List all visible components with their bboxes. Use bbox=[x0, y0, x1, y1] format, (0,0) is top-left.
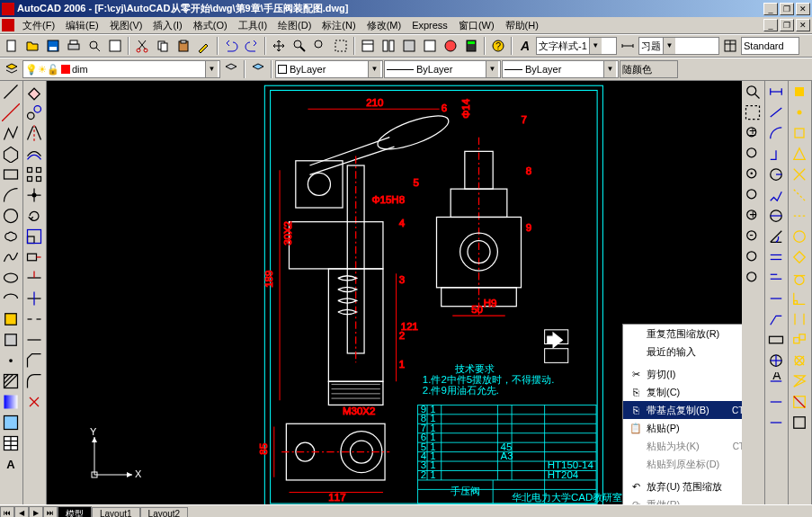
properties-button[interactable] bbox=[358, 36, 378, 56]
osnap-tan-button[interactable] bbox=[790, 268, 809, 288]
copy-button[interactable] bbox=[153, 36, 173, 56]
zoom-all-button[interactable] bbox=[743, 247, 763, 267]
osnap-ext-button[interactable] bbox=[790, 206, 809, 226]
circle-button[interactable] bbox=[1, 206, 21, 226]
ctx-copy[interactable]: ⎘复制(C)CTRL+C bbox=[623, 383, 742, 401]
textstyle-dropdown[interactable]: 文字样式-1▼ bbox=[536, 37, 617, 55]
matchprop-button[interactable] bbox=[194, 36, 214, 56]
menu-format[interactable]: 格式(O) bbox=[188, 17, 233, 34]
paste-button[interactable] bbox=[174, 36, 193, 56]
menu-edit[interactable]: 编辑(E) bbox=[60, 17, 104, 34]
rectangle-button[interactable] bbox=[1, 165, 21, 184]
osnap-nod-button[interactable] bbox=[790, 351, 809, 370]
osnap-ins-button[interactable] bbox=[790, 330, 809, 350]
pline-button[interactable] bbox=[1, 123, 21, 143]
osnap-mid-button[interactable] bbox=[790, 144, 809, 164]
extend-button[interactable] bbox=[24, 289, 44, 308]
revcloud-button[interactable] bbox=[1, 227, 21, 246]
dim-arc-button[interactable] bbox=[766, 123, 786, 143]
osnap-settings-button[interactable] bbox=[790, 413, 809, 432]
zoom-object-button[interactable] bbox=[743, 185, 763, 205]
markup-button[interactable] bbox=[441, 36, 460, 56]
tablestyle-dropdown[interactable]: Standard bbox=[741, 37, 799, 55]
calc-button[interactable] bbox=[461, 36, 481, 56]
osnap-none-button[interactable] bbox=[790, 392, 809, 412]
fillet-button[interactable] bbox=[24, 371, 44, 391]
osnap-qua-button[interactable] bbox=[790, 247, 809, 267]
ellipsearc-button[interactable] bbox=[1, 289, 21, 308]
osnap-nea-button[interactable] bbox=[790, 371, 809, 391]
layerstates-button[interactable] bbox=[248, 59, 268, 79]
osnap-appint-button[interactable] bbox=[790, 185, 809, 205]
ctx-undo[interactable]: ↶放弃(U) 范围缩放 bbox=[623, 477, 742, 495]
rotate-button[interactable] bbox=[24, 206, 44, 226]
help-button[interactable]: ? bbox=[488, 36, 508, 56]
ctx-cut[interactable]: ✂剪切(I)CTRL+X bbox=[623, 365, 742, 383]
osnap-par-button[interactable] bbox=[790, 309, 809, 329]
table-button[interactable] bbox=[1, 433, 21, 453]
menu-tools[interactable]: 工具(I) bbox=[233, 17, 272, 34]
spline-button[interactable] bbox=[1, 247, 21, 267]
ellipse-button[interactable] bbox=[1, 268, 21, 288]
color-dropdown[interactable]: ByLayer ▼ bbox=[275, 60, 383, 78]
dimstyle-dropdown[interactable]: 习题▼ bbox=[638, 37, 719, 55]
ctx-paste[interactable]: 📋粘贴(P)CTRL+V bbox=[623, 419, 742, 437]
cut-button[interactable] bbox=[132, 36, 152, 56]
xline-button[interactable] bbox=[1, 103, 21, 122]
doc-restore-button[interactable]: ❐ bbox=[780, 19, 794, 31]
ctx-recent[interactable]: 最近的输入▶ bbox=[623, 343, 742, 361]
dim-linear-button[interactable] bbox=[766, 82, 786, 102]
close-button[interactable]: ✕ bbox=[796, 3, 810, 15]
tolerance-button[interactable] bbox=[766, 330, 786, 350]
layer-dropdown[interactable]: 💡 ☀ 🔓 dim ▼ bbox=[22, 60, 220, 78]
dimedit-button[interactable]: A bbox=[766, 371, 786, 391]
sheet-button[interactable] bbox=[420, 36, 440, 56]
dim-angular-button[interactable] bbox=[766, 227, 786, 246]
insert-button[interactable] bbox=[1, 309, 21, 329]
tab-next-button[interactable]: ▶ bbox=[29, 506, 43, 517]
osnap-per-button[interactable] bbox=[790, 289, 809, 308]
tab-model[interactable]: 模型 bbox=[58, 506, 92, 518]
zoom-center-button[interactable] bbox=[743, 165, 763, 184]
undo-button[interactable] bbox=[221, 36, 241, 56]
menu-insert[interactable]: 插入(I) bbox=[147, 17, 187, 34]
zoom-out-button[interactable]: - bbox=[743, 227, 763, 246]
pan-button[interactable] bbox=[269, 36, 289, 56]
layerprev-button[interactable] bbox=[221, 59, 241, 79]
tab-layout2[interactable]: Layout2 bbox=[140, 507, 189, 517]
dim-aligned-button[interactable] bbox=[766, 103, 786, 122]
zoom-window-button[interactable] bbox=[331, 36, 351, 56]
array-button[interactable] bbox=[24, 165, 44, 184]
plotstyle-dropdown[interactable]: 随颜色 bbox=[620, 60, 678, 78]
break-button[interactable] bbox=[24, 309, 44, 329]
menu-draw[interactable]: 绘图(D) bbox=[272, 17, 317, 34]
ctx-repeat[interactable]: 重复范围缩放(R) bbox=[623, 325, 742, 343]
layermgr-button[interactable] bbox=[2, 59, 22, 79]
zoom-extents-button[interactable] bbox=[743, 268, 763, 288]
mirror-button[interactable] bbox=[24, 123, 44, 143]
ctx-copybase[interactable]: ⎘带基点复制(B)CTRL+SHIFT+C bbox=[623, 401, 742, 419]
copyobj-button[interactable] bbox=[24, 103, 44, 122]
dim-ordinate-button[interactable] bbox=[766, 144, 786, 164]
polygon-button[interactable] bbox=[1, 144, 21, 164]
zoom-prev-button[interactable] bbox=[310, 36, 330, 56]
menu-view[interactable]: 视图(V) bbox=[104, 17, 148, 34]
point-button[interactable] bbox=[1, 351, 21, 370]
join-button[interactable] bbox=[24, 330, 44, 350]
hatch-button[interactable] bbox=[1, 371, 21, 391]
dim-diameter-button[interactable] bbox=[766, 206, 786, 226]
dimstyle-icon[interactable] bbox=[618, 36, 638, 56]
zoom-in-button[interactable]: + bbox=[743, 206, 763, 226]
menu-help[interactable]: 帮助(H) bbox=[500, 17, 544, 34]
lineweight-dropdown[interactable]: ByLayer ▼ bbox=[502, 60, 619, 78]
offset-button[interactable] bbox=[24, 144, 44, 164]
tablestyle-icon[interactable] bbox=[720, 36, 740, 56]
maximize-button[interactable]: ❐ bbox=[780, 3, 794, 15]
osnap-cen-button[interactable] bbox=[790, 227, 809, 246]
redo-button[interactable] bbox=[242, 36, 262, 56]
move-button[interactable] bbox=[24, 185, 44, 205]
stretch-button[interactable] bbox=[24, 247, 44, 267]
dim-baseline-button[interactable] bbox=[766, 268, 786, 288]
designcenter-button[interactable] bbox=[379, 36, 398, 56]
textstyle-icon[interactable]: A bbox=[515, 36, 535, 56]
